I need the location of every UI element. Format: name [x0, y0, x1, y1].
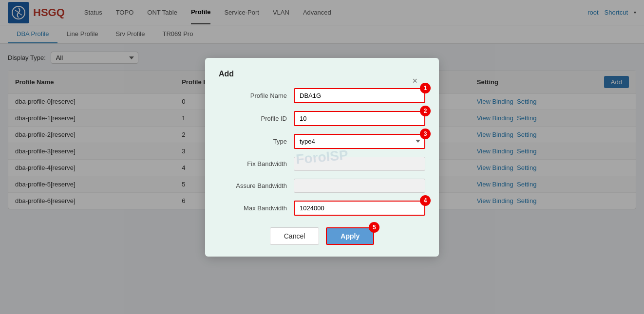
type-select[interactable]: type1 type2 type3 type4 type5 — [294, 134, 425, 149]
profile-name-label: Profile Name — [219, 92, 287, 99]
profile-id-row: Profile ID 2 — [219, 111, 425, 126]
profile-name-input[interactable] — [294, 88, 425, 103]
modal-close-button[interactable]: × — [412, 76, 417, 85]
profile-id-label: Profile ID — [219, 115, 287, 122]
add-modal: Add × Profile Name 1 Profile ID 2 Type t… — [205, 58, 439, 218]
assure-bw-row: Assure Bandwidth — [219, 179, 425, 193]
modal-title: Add — [219, 70, 425, 78]
badge-1: 1 — [420, 83, 431, 93]
modal-overlay[interactable]: Add × Profile Name 1 Profile ID 2 Type t… — [0, 0, 644, 217]
fix-bw-row: Fix Bandwidth — [219, 157, 425, 171]
max-bw-label: Max Bandwidth — [219, 204, 287, 212]
profile-id-input[interactable] — [294, 111, 425, 126]
assure-bw-label: Assure Bandwidth — [219, 182, 287, 189]
modal-inner: Add × Profile Name 1 Profile ID 2 Type t… — [219, 70, 425, 218]
badge-3: 3 — [420, 129, 431, 139]
max-bw-row: Max Bandwidth 4 — [219, 201, 425, 216]
fix-bw-input[interactable] — [294, 157, 425, 171]
badge-2: 2 — [420, 106, 431, 116]
profile-name-row: Profile Name 1 — [219, 88, 425, 103]
fix-bw-label: Fix Bandwidth — [219, 160, 287, 167]
type-row: Type type1 type2 type3 type4 type5 3 — [219, 134, 425, 149]
max-bw-input[interactable] — [294, 201, 425, 216]
type-label: Type — [219, 138, 287, 145]
badge-4: 4 — [420, 195, 431, 206]
assure-bw-input[interactable] — [294, 179, 425, 193]
